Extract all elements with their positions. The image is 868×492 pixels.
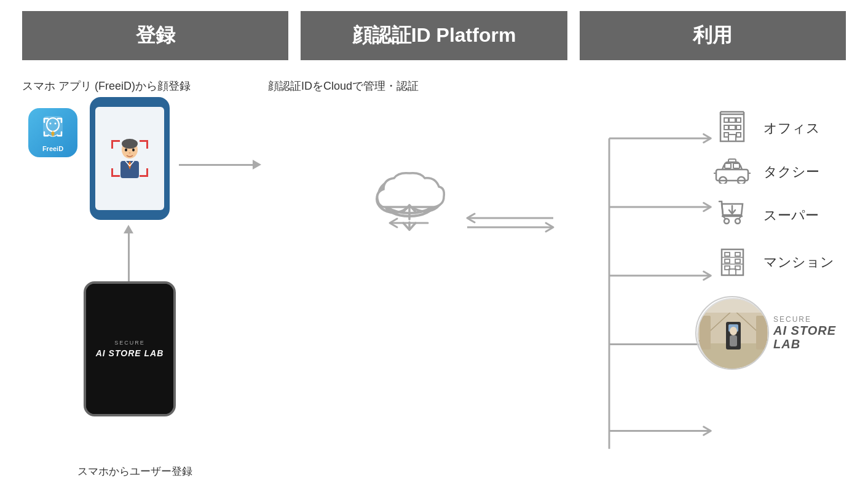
cart-icon	[711, 197, 754, 235]
usage-item-mansion: マンション	[711, 243, 846, 281]
header-left: 登録	[22, 11, 288, 60]
svg-rect-31	[736, 133, 741, 137]
smartphone-top	[90, 97, 170, 220]
office-icon	[711, 109, 754, 147]
svg-rect-39	[725, 163, 731, 168]
phone-outer-top	[90, 97, 170, 220]
freeid-app-icon: FreeiD	[28, 108, 77, 157]
svg-rect-32	[729, 118, 735, 122]
right-column: オフィス	[588, 79, 846, 485]
phone-outer-bottom: SECURE AI STORE LAB	[84, 281, 176, 416]
mansion-label: マンション	[763, 253, 837, 271]
svg-rect-29	[736, 118, 741, 122]
svg-point-3	[55, 122, 57, 124]
svg-rect-57	[735, 259, 740, 263]
supermarket-label: スーパー	[763, 206, 837, 225]
svg-point-2	[50, 122, 52, 124]
svg-rect-34	[728, 135, 736, 141]
header-row: 登録 顔認証ID Platform 利用	[0, 0, 868, 60]
secure-label-small: SECURE	[773, 315, 811, 324]
left-column: スマホ アプリ (FreeiD)から顔登録	[22, 79, 231, 485]
svg-rect-38	[716, 170, 748, 181]
svg-rect-54	[725, 259, 730, 263]
header-center: 顔認証ID Platform	[301, 11, 567, 60]
svg-rect-40	[733, 163, 740, 168]
office-label: オフィス	[763, 119, 837, 138]
svg-rect-53	[725, 252, 730, 256]
svg-rect-71	[756, 316, 767, 349]
freeid-label: FreeiD	[42, 145, 63, 152]
taxi-icon	[711, 156, 754, 188]
arrow-v-line	[128, 233, 130, 283]
right-to-cloud-arrow	[385, 217, 434, 229]
usage-item-supermarket: スーパー	[711, 197, 846, 235]
usage-item-taxi: タクシー	[711, 156, 846, 188]
secure-ai-store-label: SECURE AI STORE LAB	[773, 315, 846, 351]
svg-rect-30	[736, 125, 741, 130]
taxi-label: タクシー	[763, 163, 837, 181]
store-lab-circle	[695, 296, 769, 370]
usage-list: オフィス	[711, 109, 846, 370]
svg-rect-73	[730, 335, 737, 346]
face-scan-box	[112, 138, 148, 179]
phone-screen-top	[95, 107, 164, 210]
store-interior-svg	[696, 297, 769, 370]
header-right: 利用	[580, 11, 846, 60]
svg-point-49	[735, 219, 740, 224]
svg-rect-26	[724, 118, 728, 122]
store-lab-image-container	[711, 296, 754, 370]
svg-point-48	[724, 219, 729, 224]
left-subtitle: スマホ アプリ (FreeiD)から顔登録	[22, 79, 231, 93]
usage-item-storelab: SECURE AI STORE LAB	[711, 296, 846, 370]
svg-rect-27	[724, 125, 728, 130]
bottom-caption: スマホからユーザー登録	[77, 464, 192, 478]
svg-rect-43	[728, 159, 736, 163]
phone-screen-bottom: SECURE AI STORE LAB	[86, 284, 173, 414]
ai-store-label-big: AI STORE LAB	[773, 324, 846, 351]
svg-rect-56	[735, 252, 740, 256]
scan-corner-br	[111, 140, 148, 177]
mansion-icon	[711, 243, 754, 281]
main-content: スマホ アプリ (FreeiD)から顔登録	[0, 60, 868, 485]
freeid-face-icon	[39, 114, 66, 144]
svg-rect-33	[729, 125, 735, 130]
middle-subtitle: 顔認証IDをCloudで管理・認証	[231, 79, 419, 93]
svg-rect-28	[724, 133, 728, 137]
svg-rect-70	[700, 316, 711, 349]
arrow-up-head	[124, 225, 133, 233]
usage-item-office: オフィス	[711, 109, 846, 147]
svg-point-72	[730, 327, 737, 335]
smartphone-bottom: SECURE AI STORE LAB	[84, 281, 176, 416]
ai-store-lab-phone-text: AI STORE LAB	[96, 348, 164, 359]
middle-column: 顔認証IDをCloudで管理・認証	[231, 79, 588, 485]
secure-text-small: SECURE	[114, 340, 145, 346]
cloud-left-arrow	[385, 217, 434, 232]
